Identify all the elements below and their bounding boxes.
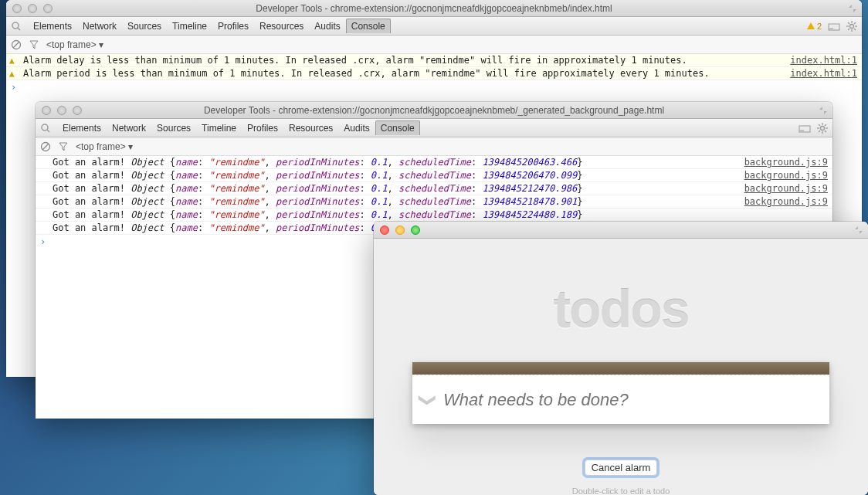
tab-timeline[interactable]: Timeline <box>196 123 242 134</box>
todos-window: todos ❯ Cancel alarm Double-click to edi… <box>374 222 868 495</box>
tab-console[interactable]: Console <box>375 120 420 135</box>
frame-selector[interactable]: <top frame> ▾ <box>76 141 133 152</box>
svg-rect-2 <box>829 24 839 30</box>
console-row: ▲ Alarm period is less than minimum of 1… <box>6 67 862 80</box>
window-title: Developer Tools - chrome-extension://goc… <box>6 3 862 14</box>
svg-line-1 <box>18 28 20 30</box>
todo-card: ❯ <box>412 362 829 424</box>
cancel-alarm-button[interactable]: Cancel alarm <box>585 459 658 476</box>
source-link[interactable]: background.js:9 <box>744 196 828 207</box>
console-row: Got an alarm! Object {name: "remindme", … <box>36 195 832 209</box>
svg-line-25 <box>825 131 826 132</box>
titlebar[interactable]: Developer Tools - chrome-extension://goc… <box>36 102 832 119</box>
svg-line-16 <box>47 130 49 132</box>
todos-body: todos ❯ Cancel alarm Double-click to edi… <box>374 239 868 495</box>
app-title: todos <box>374 239 868 339</box>
svg-line-27 <box>819 131 820 132</box>
devtools-tabbar: Elements Network Sources Timeline Profil… <box>36 119 832 137</box>
expand-icon[interactable] <box>819 106 828 115</box>
console-message: Got an alarm! Object {name: "remindme", … <box>53 157 738 168</box>
gear-icon[interactable] <box>817 123 828 134</box>
svg-point-15 <box>42 124 48 131</box>
window-title: Developer Tools - chrome-extension://goc… <box>36 105 832 116</box>
drawer-icon[interactable] <box>828 22 840 31</box>
svg-rect-17 <box>799 126 810 132</box>
traffic-min[interactable] <box>28 4 37 13</box>
svg-line-26 <box>825 124 826 126</box>
titlebar[interactable] <box>374 222 868 239</box>
console-message: Got an alarm! Object {name: "remindme", … <box>53 196 738 207</box>
tab-resources[interactable]: Resources <box>254 21 309 32</box>
traffic-close[interactable] <box>380 225 389 235</box>
tab-console[interactable]: Console <box>346 19 391 33</box>
card-header-bar <box>412 362 829 375</box>
svg-line-9 <box>848 22 849 24</box>
traffic-min[interactable] <box>57 106 66 115</box>
tab-audits[interactable]: Audits <box>338 123 375 134</box>
gear-icon[interactable] <box>846 21 857 32</box>
svg-point-19 <box>821 126 825 130</box>
clear-console-icon[interactable] <box>11 39 22 50</box>
devtools-tabbar: Elements Network Sources Timeline Profil… <box>6 17 862 36</box>
source-link[interactable]: background.js:9 <box>744 170 828 181</box>
toggle-all-icon[interactable]: ❯ <box>418 385 438 415</box>
prompt-chevron-icon[interactable]: › <box>6 80 862 94</box>
tab-network[interactable]: Network <box>77 21 122 32</box>
console-row: Got an alarm! Object {name: "remindme", … <box>36 182 832 195</box>
tab-audits[interactable]: Audits <box>309 21 345 32</box>
warning-count[interactable]: 2 <box>806 22 822 31</box>
new-todo-input[interactable] <box>443 390 829 410</box>
console-message: Alarm delay is less than minimum of 1 mi… <box>23 55 784 66</box>
tab-resources[interactable]: Resources <box>283 123 338 134</box>
tab-profiles[interactable]: Profiles <box>212 21 254 32</box>
tab-timeline[interactable]: Timeline <box>167 21 212 32</box>
edit-hint: Double-click to edit a todo <box>374 487 868 495</box>
source-link[interactable]: background.js:9 <box>744 157 828 168</box>
traffic-zoom[interactable] <box>43 4 53 13</box>
clear-console-icon[interactable] <box>40 141 51 152</box>
traffic-zoom[interactable] <box>411 225 420 235</box>
svg-line-14 <box>13 42 19 48</box>
console-row: Got an alarm! Object {name: "remindme", … <box>36 169 832 182</box>
titlebar[interactable]: Developer Tools - chrome-extension://goc… <box>6 0 862 17</box>
console-message: Got an alarm! Object {name: "remindme", … <box>53 170 738 181</box>
console-toolbar: <top frame> ▾ <box>36 137 832 156</box>
expand-icon[interactable] <box>848 4 857 13</box>
tab-network[interactable]: Network <box>107 123 151 134</box>
console-row: ▲ Alarm delay is less than minimum of 1 … <box>6 54 862 67</box>
traffic-zoom[interactable] <box>73 106 82 115</box>
source-link[interactable]: index.html:1 <box>790 55 857 66</box>
traffic-close[interactable] <box>12 4 22 13</box>
tab-profiles[interactable]: Profiles <box>242 123 283 134</box>
traffic-min[interactable] <box>395 225 405 235</box>
drawer-icon[interactable] <box>798 124 811 133</box>
svg-line-24 <box>819 124 820 126</box>
svg-point-0 <box>12 22 19 29</box>
tab-sources[interactable]: Sources <box>151 123 196 134</box>
tab-elements[interactable]: Elements <box>57 123 107 134</box>
source-link[interactable]: index.html:1 <box>790 68 857 79</box>
console-message: Alarm period is less than minimum of 1 m… <box>23 68 784 79</box>
console-row: Got an alarm! Object {name: "remindme", … <box>36 209 832 222</box>
expand-icon[interactable] <box>854 225 863 235</box>
svg-line-29 <box>42 144 49 150</box>
tab-elements[interactable]: Elements <box>28 21 77 32</box>
warning-count-num: 2 <box>817 22 822 31</box>
traffic-close[interactable] <box>42 106 51 115</box>
svg-line-10 <box>854 29 856 30</box>
console-row: Got an alarm! Object {name: "remindme", … <box>36 156 832 169</box>
search-icon[interactable] <box>40 123 51 134</box>
svg-line-12 <box>848 29 849 30</box>
console-message: Got an alarm! Object {name: "remindme", … <box>53 209 828 220</box>
svg-line-11 <box>854 22 856 24</box>
tab-sources[interactable]: Sources <box>122 21 167 32</box>
source-link[interactable]: background.js:9 <box>744 183 828 194</box>
svg-point-4 <box>850 24 854 28</box>
frame-selector[interactable]: <top frame> ▾ <box>46 39 103 50</box>
warning-icon: ▲ <box>9 56 15 66</box>
console-toolbar: <top frame> ▾ <box>6 36 862 54</box>
filter-icon[interactable] <box>59 142 68 151</box>
console-message: Got an alarm! Object {name: "remindme", … <box>53 183 738 194</box>
filter-icon[interactable] <box>29 40 39 49</box>
search-icon[interactable] <box>11 21 22 32</box>
